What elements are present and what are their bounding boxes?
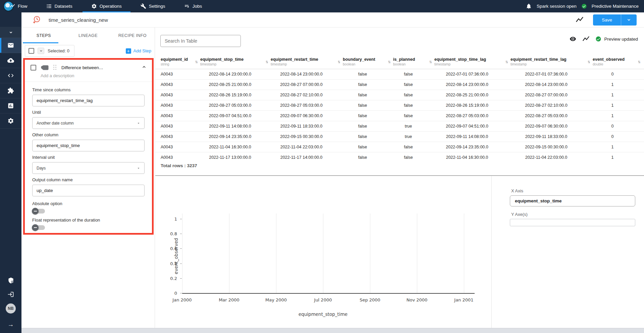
sort-icon[interactable]: ↑↓ <box>505 59 507 64</box>
table-cell: 1 <box>587 145 638 149</box>
code-icon <box>7 72 14 79</box>
table-row: A00432022-09-07 04:51:00.02022-09-07 06:… <box>155 111 644 121</box>
output-column-name-input[interactable] <box>32 185 145 196</box>
chart-shortcut-icon[interactable] <box>576 16 584 23</box>
tab-recipe-info[interactable]: RECIPE INFO <box>110 28 155 43</box>
select-all-checkbox[interactable] <box>29 48 34 54</box>
expand-sidebar-arrow-icon[interactable]: → <box>8 321 14 328</box>
sidebar-item-dashboards[interactable] <box>0 98 21 113</box>
step-description-placeholder[interactable]: Add a description <box>25 71 152 82</box>
nav-item-operations[interactable]: Operations <box>87 0 126 12</box>
exit-icon <box>7 291 14 298</box>
sort-icon[interactable]: ↑↓ <box>195 59 197 64</box>
table-row: A00432022-09-11 14:08:00.02022-09-11 18:… <box>155 121 644 132</box>
interval-unit-select[interactable]: Days <box>32 162 145 174</box>
column-header[interactable]: ↑↓is_plannedboolean <box>388 54 429 69</box>
table-cell: false <box>337 93 388 97</box>
sidebar-item-upload[interactable] <box>0 53 21 68</box>
column-header[interactable]: ↑↓event_observeddouble <box>587 54 638 69</box>
column-header[interactable]: ↑↓equipment_stop_timetimestamp <box>195 54 265 69</box>
nav-item-settings[interactable]: Settings <box>136 0 170 12</box>
sort-icon[interactable]: ↑↓ <box>337 59 339 64</box>
field-label: Time since columns <box>32 87 145 92</box>
field-label: Interval unit <box>32 155 145 160</box>
time-since-columns-input[interactable] <box>32 95 145 106</box>
column-header[interactable]: equipment_idstring <box>155 54 195 69</box>
save-button[interactable]: Save <box>593 17 621 22</box>
chart-gridline <box>323 213 323 293</box>
table-cell: 2022-09-11 18:33:00.0 <box>505 134 587 139</box>
table-row: A00432022-08-25 21:00:00.02022-08-27 07:… <box>155 80 644 90</box>
add-step-button[interactable]: + Add Step <box>126 48 152 54</box>
sort-icon[interactable]: ↑↓ <box>587 59 589 64</box>
trend-icon[interactable] <box>582 36 590 42</box>
chart-y-tick-mark <box>180 219 182 219</box>
y-axes-input[interactable] <box>510 219 635 226</box>
sidebar-collapse-dropdown[interactable] <box>0 27 21 38</box>
column-header-text: boundary_eventboolean <box>343 57 375 66</box>
table-cell: 2022-09-15 00:30:00.0 <box>265 134 337 139</box>
sidebar-item-logout[interactable] <box>0 287 21 301</box>
sort-icon[interactable]: ↑↓ <box>638 59 640 64</box>
sidebar-item-settings[interactable] <box>0 113 21 129</box>
search-input[interactable] <box>160 35 241 47</box>
column-header[interactable]: ↑↓equipment_restart_timetimestamp <box>265 54 337 69</box>
step-checkbox[interactable] <box>31 65 36 70</box>
x-axis-input[interactable] <box>510 195 635 206</box>
drag-handle[interactable] <box>53 65 57 70</box>
chart-y-tick-label: 0.2 <box>157 276 177 281</box>
sort-icon[interactable]: ↑↓ <box>388 59 390 64</box>
column-header-text: is_plannedboolean <box>393 57 415 66</box>
sidebar-item-security[interactable] <box>0 273 21 287</box>
table-cell: false <box>337 124 388 129</box>
chart-x-tick-label: May 2000 <box>265 297 287 302</box>
table-cell: 1 <box>587 103 638 108</box>
float-representation-toggle[interactable] <box>33 225 45 230</box>
column-header[interactable]: ↑↓boundary_eventboolean <box>337 54 388 69</box>
wrench-icon <box>141 3 146 9</box>
table-cell: 2022-08-26 15:19:00.0 <box>195 93 265 97</box>
absolute-option-toggle[interactable] <box>33 209 45 213</box>
other-column-input[interactable] <box>32 140 145 151</box>
chart-gridline <box>229 213 229 293</box>
chart-x-tick-label: Nov 2000 <box>407 297 428 302</box>
until-select[interactable]: Another date column <box>32 117 145 129</box>
spark-status-check-icon <box>581 3 587 9</box>
step-card-difference-between: Difference between… Add a description Ti… <box>23 58 154 235</box>
table-cell: A0043 <box>155 72 195 77</box>
sort-icon[interactable]: ↑↓ <box>429 59 431 64</box>
sidebar-item-plugins[interactable] <box>0 83 21 98</box>
sidebar-item-code[interactable] <box>0 68 21 83</box>
eye-icon[interactable] <box>569 36 577 42</box>
sidebar-item-recipes[interactable] <box>0 38 21 53</box>
column-header[interactable]: ↑↓equipment_stop_time_lagtimestamp <box>429 54 505 69</box>
table-cell: 2022-08-14 23:00:00.0 <box>195 72 265 77</box>
save-dropdown-button[interactable] <box>621 17 637 22</box>
nav-label: Datasets <box>55 4 72 9</box>
selection-dropdown[interactable] <box>38 48 44 54</box>
collapse-step-button[interactable] <box>142 64 147 71</box>
sort-icon[interactable]: ↑↓ <box>265 59 267 64</box>
table-cell: 2022-11-17 14:00:00.0 <box>265 155 337 160</box>
table-cell: false <box>337 103 388 108</box>
user-avatar[interactable]: NB <box>0 301 21 316</box>
table-cell: A0043 <box>155 155 195 160</box>
table-cell: 2022-09-15 00:30:00.0 <box>505 145 587 149</box>
table-row: A00432022-08-26 15:19:00.02022-08-27 02:… <box>155 90 644 100</box>
table-cell: true <box>388 134 429 139</box>
column-name: is_planned <box>393 57 415 62</box>
project-name[interactable]: Predictive Maintenance <box>592 4 639 9</box>
column-header[interactable]: ↑↓equipment_restart_time_lagtimestamp <box>505 54 587 69</box>
nav-label: Settings <box>149 4 165 9</box>
tab-lineage[interactable]: LINEAGE <box>66 28 110 43</box>
tab-steps[interactable]: STEPS <box>21 28 66 43</box>
table-cell: 2022-09-11 14:08:00.0 <box>195 124 265 129</box>
bell-icon[interactable] <box>526 3 532 10</box>
bottom-status-strip <box>21 328 644 333</box>
table-cell: 2022-08-27 02:10:00.0 <box>505 103 587 108</box>
steps-tabs: STEPS LINEAGE RECIPE INFO <box>21 28 155 43</box>
nav-item-flow[interactable]: Flow <box>5 0 32 12</box>
column-header-text: equipment_stop_time_lagtimestamp <box>434 57 486 66</box>
nav-item-datasets[interactable]: Datasets <box>42 0 77 12</box>
nav-item-jobs[interactable]: Jobs <box>179 0 207 12</box>
